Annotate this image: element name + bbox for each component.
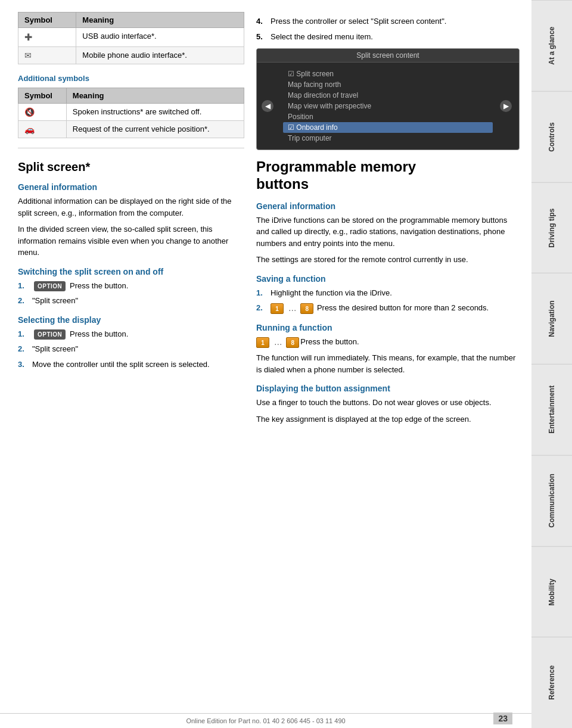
divider	[18, 148, 244, 148]
list-number: 2.	[18, 295, 30, 307]
list-number: 1.	[18, 328, 30, 340]
general-info-p1: Additional information can be displayed …	[18, 195, 244, 219]
sidebar-tab-communication[interactable]: Communication	[531, 455, 572, 546]
list-number: 2.	[18, 343, 30, 355]
list-number: 4.	[256, 15, 268, 27]
additional-symbols-table: Symbol Meaning 🔇 Spoken instructions* ar…	[18, 88, 244, 138]
list-content: Move the controller until the split scre…	[32, 359, 210, 371]
screenshot-nav: ◀ ☑ Split screen Map facing north Map di…	[257, 63, 519, 150]
menu-item: Position	[288, 111, 488, 122]
displaying-p1: Use a finger to touch the buttons. Do no…	[256, 397, 520, 409]
list-number: 1.	[18, 280, 30, 292]
table-row: 🚗 Request of the current vehicle positio…	[18, 121, 244, 138]
running-text: Press the button.	[300, 336, 359, 348]
symbol-col-header: Symbol	[18, 88, 67, 104]
list-content: "Split screen"	[32, 295, 78, 307]
option-button-icon: OPTION	[34, 329, 66, 340]
sidebar-tab-at-a-glance[interactable]: At a glance	[531, 0, 572, 91]
menu-item: Trip computer	[288, 133, 488, 144]
page-footer: Online Edition for Part no. 01 40 2 606 …	[0, 713, 531, 728]
left-column: Symbol Meaning ✚ USB audio interface*. ✉	[18, 12, 244, 704]
meaning-col-header: Meaning	[76, 13, 244, 28]
menu-item: Map view with perspective	[288, 101, 488, 111]
list-item: 1. OPTION Press the button.	[18, 280, 244, 292]
list-item: 5. Select the desired menu item.	[256, 31, 520, 43]
car-position-icon: 🚗	[24, 125, 35, 134]
page-number: 23	[493, 713, 512, 724]
sidebar-tab-entertainment[interactable]: Entertainment	[531, 364, 572, 455]
prog-general-p2: The settings are stored for the remote c…	[256, 254, 520, 266]
continued-steps: 4. Press the controller or select "Split…	[256, 15, 520, 42]
screenshot-menu: ☑ Split screen Map facing north Map dire…	[276, 65, 500, 147]
list-content: Highlight the function via the iDrive.	[271, 287, 392, 299]
selecting-steps: 1. OPTION Press the button. 2. "Split sc…	[18, 328, 244, 371]
sidebar-tab-reference[interactable]: Reference	[531, 637, 572, 728]
menu-item: Map direction of travel	[288, 90, 488, 101]
meaning-cell: Spoken instructions* are switched off.	[66, 104, 244, 121]
screenshot-area: Split screen content ◀ ☑ Split screen Ma…	[256, 48, 520, 150]
meaning-cell: USB audio interface*.	[76, 28, 244, 47]
sidebar-tab-driving-tips[interactable]: Driving tips	[531, 182, 572, 273]
list-content: OPTION Press the button.	[32, 328, 128, 340]
meaning-col-header: Meaning	[66, 88, 244, 104]
table-row: ✚ USB audio interface*.	[18, 28, 244, 47]
symbol-cell: 🔇	[18, 104, 67, 121]
programmable-memory-title: Programmable memorybuttons	[256, 158, 520, 193]
footer-text: Online Edition for Part no. 01 40 2 606 …	[186, 717, 345, 724]
running-icon-area: 1 … 8	[256, 336, 300, 349]
memory-button-8-run-icon: 8	[286, 337, 299, 348]
table-row: ✉ Mobile phone audio interface*.	[18, 47, 244, 64]
list-item: 2. "Split screen"	[18, 295, 244, 307]
switching-steps: 1. OPTION Press the button. 2. "Split sc…	[18, 280, 244, 307]
list-content: Select the desired menu item.	[271, 31, 373, 43]
no-sound-icon: 🔇	[24, 107, 35, 117]
prog-general-p1: The iDrive functions can be stored on th…	[256, 214, 520, 250]
general-info-p2: In the divided screen view, the so-calle…	[18, 223, 244, 259]
meaning-cell: Request of the current vehicle position*…	[66, 121, 244, 138]
symbol-cell: ✚	[18, 28, 76, 47]
split-screen-title: Split screen*	[18, 160, 244, 174]
symbol-cell: ✉	[18, 47, 76, 64]
right-sidebar: At a glance Controls Driving tips Naviga…	[531, 0, 572, 728]
list-number: 1.	[256, 287, 268, 299]
symbol-col-header: Symbol	[18, 13, 76, 28]
right-column: 4. Press the controller or select "Split…	[256, 12, 520, 704]
list-content: Press the controller or select "Split sc…	[271, 15, 446, 27]
list-content: 1 … 8 Press the desired button for more …	[271, 302, 489, 315]
phone-icon: ✉	[24, 51, 32, 60]
option-button-icon: OPTION	[34, 281, 66, 291]
main-content: Symbol Meaning ✚ USB audio interface*. ✉	[0, 0, 531, 728]
dots-icon: …	[288, 302, 297, 315]
dots-icon: …	[274, 336, 283, 349]
list-item: 4. Press the controller or select "Split…	[256, 15, 520, 27]
meaning-cell: Mobile phone audio interface*.	[76, 47, 244, 64]
page-container: Symbol Meaning ✚ USB audio interface*. ✉	[0, 0, 572, 728]
list-content: OPTION Press the button.	[32, 280, 128, 292]
switching-title: Switching the split screen on and off	[18, 267, 244, 276]
general-info-title-left: General information	[18, 182, 244, 192]
symbols-table: Symbol Meaning ✚ USB audio interface*. ✉	[18, 12, 244, 64]
running-paragraph: The function will run immediately. This …	[256, 352, 520, 375]
menu-item: Map facing north	[288, 79, 488, 90]
nav-arrow-right: ▶	[500, 100, 512, 112]
running-function-title: Running a function	[256, 323, 520, 332]
list-item: 1. OPTION Press the button.	[18, 328, 244, 340]
list-number: 5.	[256, 31, 268, 43]
memory-button-1-icon: 1	[271, 303, 284, 314]
general-info-title-right: General information	[256, 201, 520, 211]
saving-steps: 1. Highlight the function via the iDrive…	[256, 287, 520, 315]
list-number: 3.	[18, 359, 30, 371]
displaying-p2: The key assignment is displayed at the t…	[256, 413, 520, 425]
sidebar-tab-controls[interactable]: Controls	[531, 91, 572, 182]
memory-button-1-run-icon: 1	[256, 337, 269, 348]
sidebar-tab-mobility[interactable]: Mobility	[531, 546, 572, 637]
list-number: 2.	[256, 302, 268, 314]
list-item: 1. Highlight the function via the iDrive…	[256, 287, 520, 299]
list-item: 2. 1 … 8 Press the desired button for mo…	[256, 302, 520, 315]
list-item: 1 … 8 Press the button.	[256, 336, 520, 349]
memory-button-8-icon: 8	[300, 303, 313, 314]
sidebar-tab-navigation[interactable]: Navigation	[531, 273, 572, 364]
additional-symbols-header: Additional symbols	[18, 74, 244, 83]
selecting-title: Selecting the display	[18, 315, 244, 325]
nav-arrow-left: ◀	[262, 100, 273, 112]
